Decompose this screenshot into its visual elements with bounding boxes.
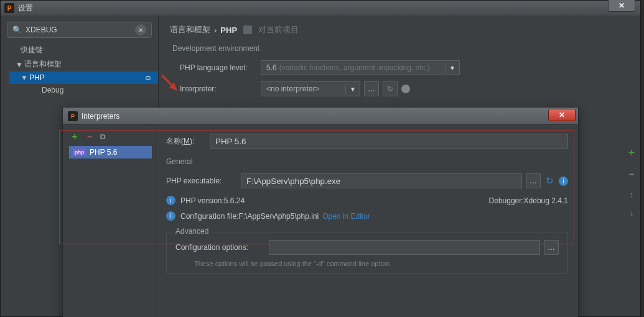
advanced-group: Advanced Configuration options: … These … bbox=[166, 232, 568, 274]
interpreter-label: Interpreter: bbox=[180, 85, 261, 93]
debugger-value: Xdebug 2.4.1 bbox=[524, 196, 568, 205]
info-icon bbox=[401, 85, 410, 93]
copy-interpreter-icon[interactable]: ⧉ bbox=[100, 132, 106, 141]
executable-row: PHP executable: … ↻ i bbox=[166, 173, 568, 188]
info-icon: i bbox=[166, 211, 175, 221]
lang-level-value: 5.6 bbox=[266, 63, 277, 72]
chevron-down-icon: ▼ bbox=[345, 85, 356, 94]
info-icon[interactable]: i bbox=[559, 177, 568, 186]
gutter-up-icon[interactable]: ↑ bbox=[630, 190, 634, 200]
php-version-line: i PHP version: 5.6.24 Debugger: Xdebug 2… bbox=[166, 196, 568, 205]
list-toolbar: ＋ － ⧉ bbox=[69, 130, 156, 146]
crumb-b: PHP bbox=[220, 25, 237, 35]
php-badge-icon: php bbox=[73, 149, 86, 156]
window-close-button[interactable]: ✕ bbox=[608, 0, 635, 12]
version-value: 5.6.24 bbox=[224, 196, 245, 205]
search-input[interactable] bbox=[26, 25, 135, 34]
interpreter-browse-button[interactable]: … bbox=[364, 81, 379, 96]
breadcrumb: 语言和框架 › PHP 对当前项目 bbox=[170, 24, 629, 35]
name-label: 名称(M): bbox=[166, 136, 210, 147]
general-label: General bbox=[166, 157, 568, 166]
remove-interpreter-icon[interactable]: － bbox=[85, 131, 94, 142]
search-icon: 🔍 bbox=[12, 25, 22, 34]
tree-item-lang-framework[interactable]: ▼ 语言和框架 bbox=[9, 57, 158, 71]
config-label: Configuration file: bbox=[180, 212, 238, 221]
interpreter-list-panel: ＋ － ⧉ php PHP 5.6 bbox=[63, 125, 156, 317]
interpreter-detail-panel: 名称(M): General PHP executable: … ↻ i i P… bbox=[156, 125, 578, 317]
config-value: F:\AppServ\php5\php.ini bbox=[238, 212, 319, 221]
dev-env-label: Development environment bbox=[172, 44, 629, 53]
crumb-c: 对当前项目 bbox=[258, 24, 299, 35]
debugger-label: Debugger: bbox=[489, 196, 524, 205]
crumb-sep: › bbox=[214, 25, 217, 35]
tree-item-shortcut[interactable]: 快捷键 bbox=[9, 43, 158, 57]
gutter-down-icon[interactable]: ↓ bbox=[630, 208, 634, 218]
app-icon: P bbox=[68, 111, 78, 121]
info-icon: i bbox=[166, 196, 175, 205]
advanced-label: Advanced bbox=[172, 227, 212, 236]
lang-level-row: PHP language level: 5.6 (variadic functi… bbox=[170, 60, 629, 75]
expand-icon: ▼ bbox=[16, 60, 22, 69]
project-scope-icon bbox=[243, 25, 252, 34]
clear-search-icon[interactable]: ✕ bbox=[135, 24, 146, 35]
tree-label: 语言和框架 bbox=[24, 59, 62, 70]
lang-level-hint: (variadic functions, argument unpacking,… bbox=[279, 63, 430, 72]
tree-item-debug[interactable]: Debug bbox=[9, 84, 158, 96]
interpreter-row: Interpreter: <no interpreter> ▼ … ↻ bbox=[170, 81, 629, 96]
config-options-input[interactable] bbox=[269, 240, 540, 255]
config-options-browse-button[interactable]: … bbox=[544, 240, 559, 255]
reload-icon[interactable]: ↻ bbox=[383, 81, 398, 96]
config-options-label: Configuration options: bbox=[175, 243, 269, 252]
tree-label: PHP bbox=[29, 73, 45, 82]
executable-browse-button[interactable]: … bbox=[526, 173, 541, 188]
executable-input[interactable] bbox=[241, 173, 522, 188]
lang-level-label: PHP language level: bbox=[180, 63, 261, 72]
right-gutter: ＋ － ↑ ↓ bbox=[625, 146, 638, 218]
dialog-title: Interpreters bbox=[82, 112, 119, 121]
settings-search[interactable]: 🔍 ✕ bbox=[7, 22, 152, 38]
dialog-close-button[interactable]: ✕ bbox=[548, 109, 576, 121]
lang-level-select[interactable]: 5.6 (variadic functions, argument unpack… bbox=[261, 60, 460, 75]
tree-label: Debug bbox=[42, 86, 63, 94]
interpreter-select[interactable]: <no interpreter> ▼ bbox=[261, 81, 360, 96]
add-interpreter-icon[interactable]: ＋ bbox=[70, 131, 79, 142]
app-icon: P bbox=[4, 3, 14, 13]
crumb-a: 语言和框架 bbox=[170, 24, 210, 35]
expand-icon: ▼ bbox=[21, 73, 27, 82]
dialog-titlebar: P Interpreters ✕ bbox=[63, 108, 578, 125]
name-input[interactable] bbox=[210, 134, 568, 149]
executable-label: PHP executable: bbox=[166, 177, 241, 185]
interpreters-dialog: P Interpreters ✕ ＋ － ⧉ php PHP 5.6 名称(M)… bbox=[62, 107, 579, 317]
config-options-row: Configuration options: … bbox=[175, 240, 559, 255]
reload-icon[interactable]: ↻ bbox=[546, 175, 554, 186]
config-file-line: i Configuration file: F:\AppServ\php5\ph… bbox=[166, 211, 568, 221]
gutter-add-icon[interactable]: ＋ bbox=[627, 146, 637, 159]
tree-label: 快捷键 bbox=[21, 45, 43, 55]
tree-item-php[interactable]: ▼ PHP ⧉ bbox=[9, 71, 158, 84]
interpreter-list-item[interactable]: php PHP 5.6 bbox=[69, 146, 152, 158]
open-in-editor-link[interactable]: Open in Editor bbox=[322, 212, 370, 221]
chevron-down-icon: ▼ bbox=[445, 63, 455, 73]
config-options-hint: These options will be passed using the "… bbox=[194, 260, 559, 267]
settings-title: 设置 bbox=[18, 3, 33, 14]
name-row: 名称(M): bbox=[166, 134, 568, 149]
settings-tree: 快捷键 ▼ 语言和框架 ▼ PHP ⧉ Debug bbox=[1, 43, 158, 96]
project-scope-icon: ⧉ bbox=[146, 74, 151, 82]
interpreter-value: <no interpreter> bbox=[266, 85, 319, 93]
gutter-remove-icon[interactable]: － bbox=[627, 168, 637, 181]
version-label: PHP version: bbox=[180, 196, 224, 205]
list-item-label: PHP 5.6 bbox=[90, 148, 117, 157]
settings-titlebar: P 设置 ✕ bbox=[1, 1, 640, 16]
